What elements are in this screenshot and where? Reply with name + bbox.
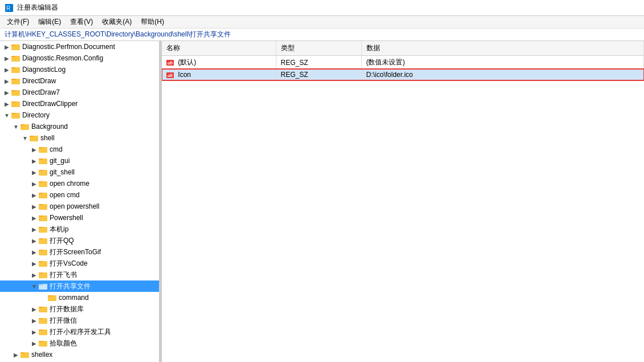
menu-file[interactable]: 文件(F) <box>2 16 34 28</box>
folder-icon <box>39 282 48 290</box>
expand-btn[interactable] <box>30 259 39 268</box>
table-row[interactable]: ab (默认) REG_SZ (数值未设置) <box>162 56 644 70</box>
expand-btn[interactable] <box>2 65 11 74</box>
registry-data: (数值未设置) <box>361 56 644 70</box>
expand-btn[interactable] <box>2 88 11 97</box>
tree-label: Directory <box>22 111 50 119</box>
expand-btn[interactable] <box>30 282 39 291</box>
svg-rect-37 <box>39 238 43 239</box>
reg-type-icon: ab <box>166 60 174 66</box>
tree-item-open-qq[interactable]: 打开QQ <box>0 235 159 246</box>
tree-label: DirectDraw7 <box>22 88 60 96</box>
expand-btn[interactable] <box>30 339 39 348</box>
tree-item-git-shell[interactable]: git_shell <box>0 166 159 178</box>
folder-icon <box>11 54 21 62</box>
tree-label: 打开ScreenToGif <box>50 247 101 257</box>
svg-rect-53 <box>39 330 43 331</box>
col-header-type: 类型 <box>276 41 361 56</box>
expand-btn[interactable] <box>2 76 11 86</box>
reg-type-icon: ab <box>166 72 174 78</box>
tree-item-directdraw7[interactable]: DirectDraw7 <box>0 87 159 98</box>
tree-label: DirectDraw <box>22 77 56 85</box>
tree-item-powershell[interactable]: Powershell <box>0 212 159 223</box>
tree-label: shellex <box>31 351 52 359</box>
expand-btn[interactable] <box>30 202 39 211</box>
tree-item-diagnostic-perfmon[interactable]: Diagnostic.Perfmon.Document <box>0 41 159 52</box>
menu-edit[interactable]: 编辑(E) <box>34 16 66 28</box>
tree-item-open-miniprogram[interactable]: 打开小程序开发工具 <box>0 326 159 337</box>
folder-icon <box>39 305 48 313</box>
tree-item-cmd[interactable]: cmd <box>0 144 159 155</box>
table-row-icon[interactable]: ab Icon REG_SZ D:\ico\folder.ico <box>162 69 644 80</box>
tree-label: 打开飞书 <box>50 270 77 280</box>
tree-label: DiagnosticLog <box>22 66 66 74</box>
expand-btn[interactable] <box>30 145 39 154</box>
tree-label: git_gui <box>50 157 70 165</box>
folder-icon <box>11 66 21 74</box>
svg-rect-9 <box>11 79 15 80</box>
svg-rect-39 <box>39 250 43 251</box>
svg-rect-5 <box>11 56 15 57</box>
menu-help[interactable]: 帮助(H) <box>136 16 169 28</box>
expand-btn[interactable] <box>30 213 39 222</box>
svg-rect-27 <box>39 181 43 182</box>
expand-btn[interactable] <box>30 236 39 245</box>
tree-item-open-chrome[interactable]: open chrome <box>0 178 159 189</box>
folder-icon <box>39 237 48 245</box>
expand-btn[interactable] <box>30 247 39 257</box>
tree-item-open-database[interactable]: 打开数据库 <box>0 303 159 315</box>
tree-label: 打开微信 <box>50 316 77 326</box>
tree-item-open-vscode[interactable]: 打开VsCode <box>0 258 159 269</box>
tree-label: 打开QQ <box>50 236 74 246</box>
svg-rect-45 <box>39 284 43 285</box>
tree-item-open-shared[interactable]: 打开共享文件 <box>0 280 159 292</box>
folder-icon <box>39 202 48 210</box>
tree-item-open-screentogif[interactable]: 打开ScreenToGif <box>0 246 159 258</box>
app-icon: R <box>5 3 14 13</box>
expand-btn[interactable] <box>2 99 11 108</box>
expand-btn[interactable] <box>11 122 21 131</box>
folder-icon <box>21 123 30 131</box>
tree-label: Diagnostic.Perfmon.Document <box>22 43 115 51</box>
tree-label: 打开共享文件 <box>50 282 91 291</box>
expand-btn[interactable] <box>30 225 39 234</box>
tree-item-diagnostic-resmon[interactable]: Diagnostic.Resmon.Config <box>0 52 159 64</box>
tree-item-open-powershell[interactable]: open powershell <box>0 201 159 212</box>
tree-item-open-cmd[interactable]: open cmd <box>0 189 159 201</box>
expand-btn[interactable] <box>21 133 30 143</box>
expand-btn[interactable] <box>11 350 21 359</box>
svg-rect-43 <box>39 272 43 274</box>
tree-label: cmd <box>50 145 63 153</box>
expand-btn[interactable] <box>30 316 39 325</box>
tree-item-directdraw[interactable]: DirectDraw <box>0 75 159 87</box>
expand-btn[interactable] <box>2 42 11 51</box>
expand-btn[interactable] <box>30 304 39 314</box>
registry-type: REG_SZ <box>276 69 361 80</box>
tree-item-shellex[interactable]: shellex <box>0 349 159 360</box>
tree-item-shell[interactable]: shell <box>0 132 159 144</box>
menu-favorites[interactable]: 收藏夹(A) <box>97 16 136 28</box>
tree-label: git_shell <box>50 168 75 176</box>
tree-item-directdrawclipper[interactable]: DirectDrawClipper <box>0 98 159 109</box>
tree-item-command[interactable]: command <box>0 292 159 303</box>
expand-btn[interactable] <box>30 156 39 165</box>
expand-btn[interactable] <box>30 168 39 177</box>
expand-btn[interactable] <box>30 327 39 336</box>
menu-view[interactable]: 查看(V) <box>66 16 97 28</box>
tree-item-directory[interactable]: Directory <box>0 109 159 121</box>
tree-item-git-gui[interactable]: git_gui <box>0 155 159 166</box>
expand-btn[interactable] <box>30 190 39 200</box>
expand-btn[interactable] <box>2 111 11 120</box>
expand-btn[interactable] <box>30 179 39 188</box>
tree-item-local-ip[interactable]: 本机ip <box>0 223 159 235</box>
svg-rect-55 <box>39 341 43 342</box>
tree-item-background[interactable]: Background <box>0 121 159 132</box>
registry-name: ab (默认) <box>162 56 276 70</box>
tree-item-color-picker[interactable]: 拾取颜色 <box>0 337 159 349</box>
tree-item-open-wechat[interactable]: 打开微信 <box>0 315 159 326</box>
expand-btn[interactable] <box>2 54 11 63</box>
expand-btn[interactable] <box>30 270 39 279</box>
tree-item-open-feishu[interactable]: 打开飞书 <box>0 269 159 280</box>
folder-icon <box>39 180 48 188</box>
tree-item-diagnosticlog[interactable]: DiagnosticLog <box>0 64 159 75</box>
